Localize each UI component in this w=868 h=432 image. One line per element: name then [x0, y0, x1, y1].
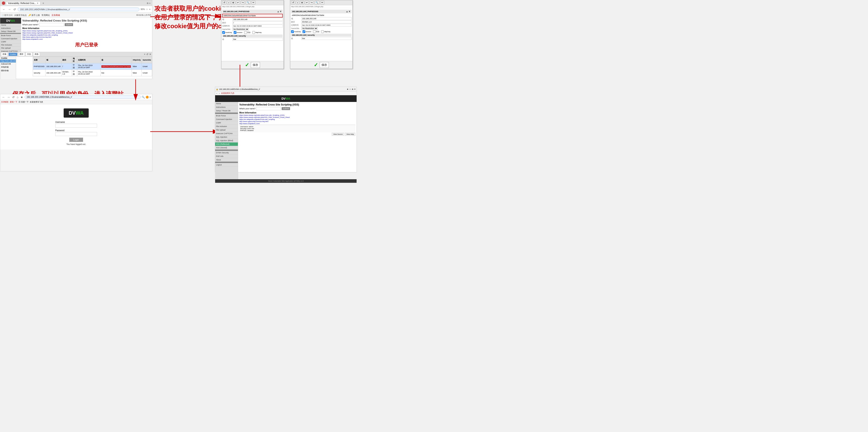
ce1-add[interactable]: + [227, 1, 230, 4]
new-tab-button[interactable]: + [41, 1, 45, 5]
ce2-save-button[interactable]: 保存 [320, 62, 329, 68]
ce1-path-value[interactable]: / [232, 21, 283, 24]
ce2-refresh[interactable]: ↺ [291, 1, 295, 4]
ce2-session[interactable] [303, 30, 305, 33]
dw2-item-xss-s[interactable]: XSS (Stored) [215, 146, 238, 150]
ce2-settings[interactable]: ✏ [320, 1, 324, 4]
ce2-import[interactable]: ↩ [305, 1, 309, 4]
dw2-item-cmd[interactable]: Command Injection [215, 118, 238, 121]
sidebar-item-cmd[interactable]: Command Injection [0, 37, 21, 40]
address-input[interactable]: 192.168.203.149/DVWA-1.9/vulnerabilities… [18, 7, 140, 11]
b2-back[interactable]: ← [1, 95, 6, 99]
ce2-hostonly[interactable] [291, 30, 294, 33]
ct-sidebar-item-3[interactable]: 本地存储 [0, 65, 16, 69]
b2-star[interactable]: ★ [20, 95, 24, 99]
dw2-item-xss-r[interactable]: XSS (Reflected) [215, 142, 238, 146]
dw2-item-sql[interactable]: SQL Injection [215, 135, 238, 139]
dw2-submit-btn[interactable]: Submit [282, 107, 290, 110]
xss-input-1[interactable] [39, 23, 64, 26]
dw2-nav[interactable]: ← → [216, 92, 220, 94]
sidebar-item-brute[interactable]: Brute Force [0, 34, 21, 37]
link-4[interactable]: http://www.cgisecurity.com/xss-faq.html [22, 36, 151, 38]
dw2-item-fileincl[interactable]: File Inclusion [215, 125, 238, 128]
ct-sidebar-item-1[interactable]: http://192.168.203.149 [0, 60, 16, 62]
ct-tab-storage[interactable]: 存储 [1, 52, 8, 56]
mobile-mode[interactable]: 移动设备上的书签 [136, 14, 151, 17]
browser-tab-1[interactable]: Vulnerability: Reflected Cros... ✕ [6, 1, 40, 5]
dw2-bookmark[interactable]: ★ [347, 88, 348, 90]
link-3[interactable]: https://en.wikipedia.org/wiki/Cross-site… [22, 34, 151, 36]
dw2-item-captcha[interactable]: Insecure CAPTCHA [215, 132, 238, 135]
refresh-button[interactable]: ↺ [13, 8, 17, 11]
dw2-item-setup[interactable]: Setup / Reset DB [215, 109, 238, 113]
ce1-refresh[interactable]: ↺ [222, 1, 226, 4]
toolbar-item-3[interactable]: 🔑 新手上路 [28, 14, 40, 17]
sidebar-item-home[interactable]: Home [0, 24, 21, 27]
username-input[interactable] [55, 124, 97, 127]
ce2-security-value[interactable]: low [301, 37, 351, 40]
ct-sidebar-item-4[interactable]: 缓存存储 [0, 69, 16, 73]
dw2-link-3[interactable]: https://en.wikipedia.org/wiki/Cross-site… [239, 118, 355, 120]
dw2-item-instructions[interactable]: Instructions [215, 106, 238, 109]
toolbar-item-1[interactable]: 📑 最常访问 [1, 14, 12, 17]
toolbar-item-5[interactable]: 京东商城 [52, 14, 60, 17]
ce1-save-button[interactable]: 保存 [251, 62, 260, 68]
ce2-sameSite-select[interactable]: No Restriction [301, 27, 318, 30]
dw2-link-2[interactable]: https://www.owasp.org/index.php/XSS_Filt… [239, 116, 355, 118]
ce2-login[interactable]: ⊕ [300, 1, 304, 4]
tab-close-icon[interactable]: ✕ [37, 2, 38, 4]
dw2-item-csrf[interactable]: CSRF [215, 121, 238, 125]
b2-forward[interactable]: → [6, 95, 11, 99]
ct-close-icon[interactable]: ✕ [149, 53, 151, 56]
dw2-item-logout[interactable]: Logout [215, 163, 238, 167]
ce2-add[interactable]: + [296, 1, 299, 4]
ct-sidebar-item-2[interactable]: Indexed DB [0, 62, 16, 65]
dw2-item-about[interactable]: About [215, 158, 238, 162]
b2-home[interactable]: ⌂ [16, 95, 19, 99]
ct-tab-cache[interactable]: 缓存 [18, 52, 25, 56]
forward-button[interactable]: → [7, 8, 11, 11]
dw2-link-5[interactable]: http://www.scriptalert1.com/ [239, 123, 355, 124]
ce1-httponly[interactable] [252, 31, 255, 34]
ce2-httponly[interactable] [321, 30, 324, 33]
ce1-login[interactable]: ⊕ [231, 1, 235, 4]
dw2-link-4[interactable]: http://www.cgisecurity.com/xss-faq.html [239, 120, 355, 122]
ct-tab-log[interactable]: 日志 [26, 52, 32, 56]
sidebar-item-setup[interactable]: Setup / Reset DB [0, 30, 21, 33]
ce1-import[interactable]: ↩ [236, 1, 240, 4]
dw2-xss-input[interactable] [256, 107, 281, 110]
table-row[interactable]: security 192.168.203.149 /DVWA-1.9 中国 Th… [33, 70, 152, 76]
ce2-export[interactable]: ↪ [310, 1, 314, 4]
ce2-domain-value[interactable]: 192.168.203.149 [301, 17, 351, 20]
login-button[interactable]: Login [69, 138, 83, 142]
sidebar-item-fileincl[interactable]: File Inclusion [0, 44, 21, 47]
password-input[interactable] [55, 132, 97, 136]
bookmark-icon[interactable]: ☆ [146, 8, 148, 10]
dw2-share[interactable]: ☆ [349, 88, 351, 90]
sidebar-item-upload[interactable]: File Upload [0, 47, 21, 50]
ce2-search[interactable]: 🔍 [314, 1, 319, 4]
ce1-domain-value[interactable]: 192.168.203.149 [232, 18, 283, 21]
ce2-path-value[interactable]: /DVWA-1.9 [301, 21, 351, 23]
b2-address-input[interactable]: 192.168.203.149/DVWA-1.9/vulnerabilities… [25, 95, 141, 98]
table-row[interactable]: PHPSESSID 192.168.203.149 / 中国 Thu, 24 O… [33, 63, 152, 70]
b2-toolbar-item4[interactable]: 欢迎使用马飞杰 [30, 101, 43, 104]
dw2-view-help-btn[interactable]: View Help [345, 133, 355, 136]
ct-filter-icon[interactable]: + [144, 53, 146, 56]
ce1-search[interactable]: 🔍 [246, 1, 251, 4]
toolbar-item-4[interactable]: 常用网址 [41, 14, 50, 17]
ce1-hostonly[interactable] [222, 31, 225, 34]
toolbar-item-2[interactable]: 火狐官方站点 [14, 14, 27, 17]
ce1-session[interactable] [234, 31, 237, 34]
dw2-item-sqlblind[interactable]: SQL Injection (Blind) [215, 139, 238, 142]
ct-tab-cookie[interactable]: Cookie [8, 53, 17, 56]
dw2-view-source-btn[interactable]: View Source [332, 133, 344, 136]
dw2-item-brute[interactable]: Brute Force [215, 114, 238, 118]
ct-refresh-icon[interactable]: ↺ [146, 53, 148, 56]
dw2-item-home[interactable]: Home [215, 102, 238, 106]
dw2-link-1[interactable]: https://www.owasp.org/index.php/Cross-si… [239, 114, 355, 116]
sidebar-item-csrf[interactable]: CSRF [0, 40, 21, 44]
menu-icon[interactable]: ≡ [149, 8, 150, 10]
dw2-item-dvwasec[interactable]: DVWA Security [215, 151, 238, 154]
submit-button-1[interactable]: Submit [65, 23, 73, 26]
